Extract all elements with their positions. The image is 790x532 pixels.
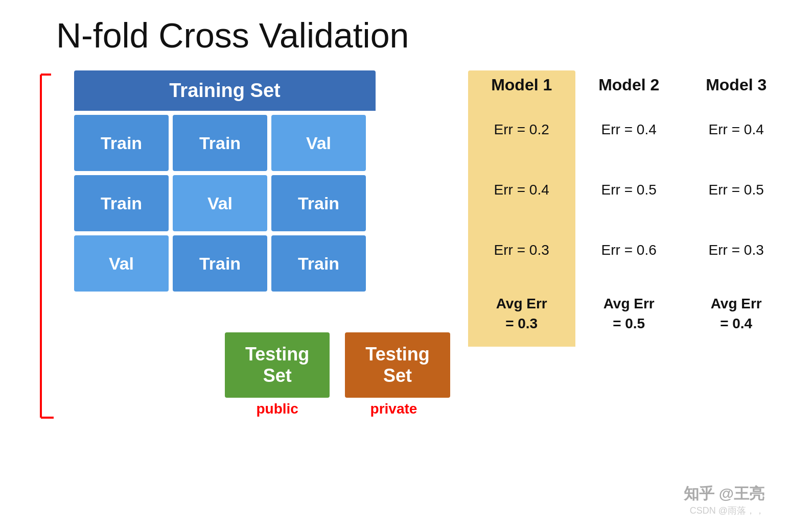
err-m1-r3: Err = 0.3	[468, 220, 575, 280]
model-2-header: Model 2	[575, 70, 683, 100]
model1-col: Err = 0.2 Err = 0.4 Err = 0.3 Avg Err= 0…	[468, 100, 575, 347]
bracket-svg	[26, 70, 54, 458]
testing-public: Testing Set	[225, 332, 330, 398]
cell-r3c2: Train	[173, 235, 267, 292]
err-m1-r1: Err = 0.2	[468, 100, 575, 160]
model-headers: Model 1 Model 2 Model 3	[468, 70, 790, 100]
err-m2-r1: Err = 0.4	[575, 100, 683, 160]
training-header: Training Set	[74, 70, 376, 111]
testing-private: Testing Set	[345, 332, 450, 398]
cell-r1c3: Val	[271, 115, 366, 171]
avg-m1: Avg Err= 0.3	[468, 280, 575, 347]
cell-r2c1: Train	[74, 175, 169, 231]
cell-r2c3: Train	[271, 175, 366, 231]
model3-col: Err = 0.4 Err = 0.5 Err = 0.3 Avg Err= 0…	[683, 100, 790, 347]
private-label: private	[337, 401, 450, 417]
model2-col: Err = 0.4 Err = 0.5 Err = 0.6 Avg Err= 0…	[575, 100, 683, 347]
cell-r1c2: Train	[173, 115, 267, 171]
testing-section: Testing Set public Testing Set private	[225, 332, 450, 417]
cell-r1c1: Train	[74, 115, 169, 171]
training-container: Training Set Train Train Val Train Val T…	[74, 70, 450, 292]
cell-r3c1: Val	[74, 235, 169, 292]
watermark-main: 知乎 @王亮	[684, 483, 764, 504]
testing-private-wrapper: Testing Set private	[337, 332, 450, 417]
grid-rows: Train Train Val Train Val Train Val Trai…	[74, 115, 450, 292]
grid-row-3: Val Train Train	[74, 235, 450, 292]
watermark-section: 知乎 @王亮 CSDN @雨落，，	[684, 483, 764, 517]
page-title: N-fold Cross Validation	[56, 15, 764, 55]
testing-public-wrapper: Testing Set public	[225, 332, 330, 417]
err-m2-r2: Err = 0.5	[575, 160, 683, 220]
err-m2-r3: Err = 0.6	[575, 220, 683, 280]
cell-r2c2: Val	[173, 175, 267, 231]
grid-row-2: Train Val Train	[74, 175, 450, 231]
error-table: Err = 0.2 Err = 0.4 Err = 0.3 Avg Err= 0…	[468, 100, 790, 347]
err-m3-r1: Err = 0.4	[683, 100, 790, 160]
public-label: public	[225, 401, 330, 417]
err-m3-r2: Err = 0.5	[683, 160, 790, 220]
err-m3-r3: Err = 0.3	[683, 220, 790, 280]
model-1-header: Model 1	[468, 70, 575, 100]
page: N-fold Cross Validation Training Set Tra…	[0, 0, 790, 532]
grid-row-1: Train Train Val	[74, 115, 450, 171]
cell-r3c3: Train	[271, 235, 366, 292]
model-3-header: Model 3	[683, 70, 790, 100]
avg-m2: Avg Err= 0.5	[575, 280, 683, 347]
models-section: Model 1 Model 2 Model 3 Err = 0.2 Err = …	[468, 70, 790, 347]
avg-m3: Avg Err= 0.4	[683, 280, 790, 347]
watermark-sub: CSDN @雨落，，	[684, 504, 764, 517]
err-m1-r2: Err = 0.4	[468, 160, 575, 220]
